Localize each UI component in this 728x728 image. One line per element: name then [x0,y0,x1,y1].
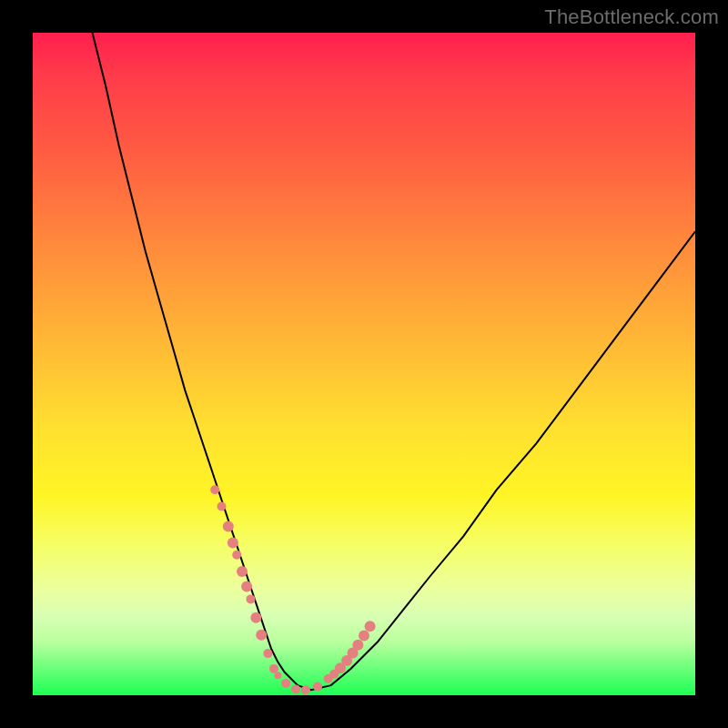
bottleneck-curve [93,33,696,690]
data-dot [228,538,238,549]
data-dot [247,594,256,603]
data-dot [210,485,219,494]
data-dot [281,679,290,688]
watermark-text: TheBottleneck.com [544,5,719,29]
data-dot [291,684,300,693]
data-dots-group [210,485,375,694]
plot-area [33,33,695,695]
data-dot [250,612,261,623]
data-dot [274,672,281,679]
data-dot [263,649,272,658]
data-dot [217,502,227,511]
chart-frame: TheBottleneck.com [0,0,728,728]
data-dot [365,621,376,632]
data-dot [237,566,248,577]
data-dot [359,631,369,642]
data-dot [232,551,241,560]
data-dot [313,682,322,692]
data-dot [352,640,363,651]
data-dot [223,521,234,531]
chart-overlay [33,33,695,695]
data-dot [241,581,252,592]
data-dot [301,685,310,694]
data-dot [256,630,267,641]
